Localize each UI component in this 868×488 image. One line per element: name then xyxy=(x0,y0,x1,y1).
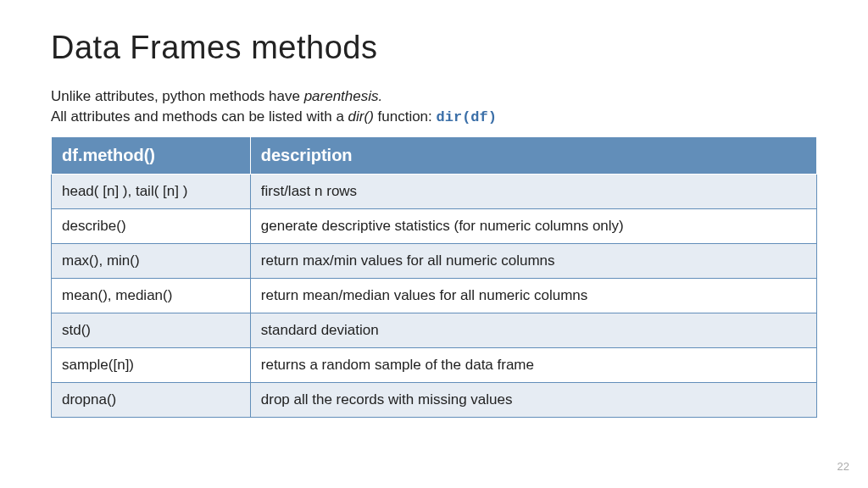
table-row: sample([n]) returns a random sample of t… xyxy=(52,347,817,382)
table-row: dropna() drop all the records with missi… xyxy=(52,382,817,417)
cell-desc: drop all the records with missing values xyxy=(250,382,816,417)
subtitle-block: Unlike attributes, python methods have p… xyxy=(51,86,817,128)
methods-table: df.method() description head( [n] ), tai… xyxy=(51,136,817,418)
cell-method: describe() xyxy=(52,208,251,243)
cell-method: std() xyxy=(52,313,251,347)
table-row: std() standard deviation xyxy=(52,313,817,347)
page-number: 22 xyxy=(837,460,849,473)
table-row: mean(), median() return mean/median valu… xyxy=(52,278,817,313)
table-row: max(), min() return max/min values for a… xyxy=(52,243,817,278)
table-row: describe() generate descriptive statisti… xyxy=(52,208,817,243)
subtitle-text-1a: Unlike attributes, python methods have xyxy=(51,88,304,104)
cell-desc: first/last n rows xyxy=(250,174,816,208)
table-row: head( [n] ), tail( [n] ) first/last n ro… xyxy=(52,174,817,208)
cell-desc: return mean/median values for all numeri… xyxy=(250,278,816,313)
cell-method: head( [n] ), tail( [n] ) xyxy=(52,174,251,208)
subtitle-code: dir(df) xyxy=(437,109,497,125)
subtitle-text-1b: parenthesis. xyxy=(304,88,383,104)
cell-desc: standard deviation xyxy=(250,313,816,347)
subtitle-text-2c: function: xyxy=(374,108,437,125)
cell-desc: generate descriptive statistics (for num… xyxy=(250,208,816,243)
cell-desc: returns a random sample of the data fram… xyxy=(250,347,816,382)
subtitle-text-2a: All attributes and methods can be listed… xyxy=(51,108,348,125)
slide-title: Data Frames methods xyxy=(51,30,817,66)
header-description: description xyxy=(250,136,816,174)
header-method: df.method() xyxy=(52,136,251,174)
cell-desc: return max/min values for all numeric co… xyxy=(250,243,816,278)
table-header-row: df.method() description xyxy=(52,136,817,174)
cell-method: dropna() xyxy=(52,382,251,417)
cell-method: mean(), median() xyxy=(52,278,251,313)
cell-method: max(), min() xyxy=(52,243,251,278)
subtitle-text-2b: dir() xyxy=(348,108,374,125)
cell-method: sample([n]) xyxy=(52,347,251,382)
